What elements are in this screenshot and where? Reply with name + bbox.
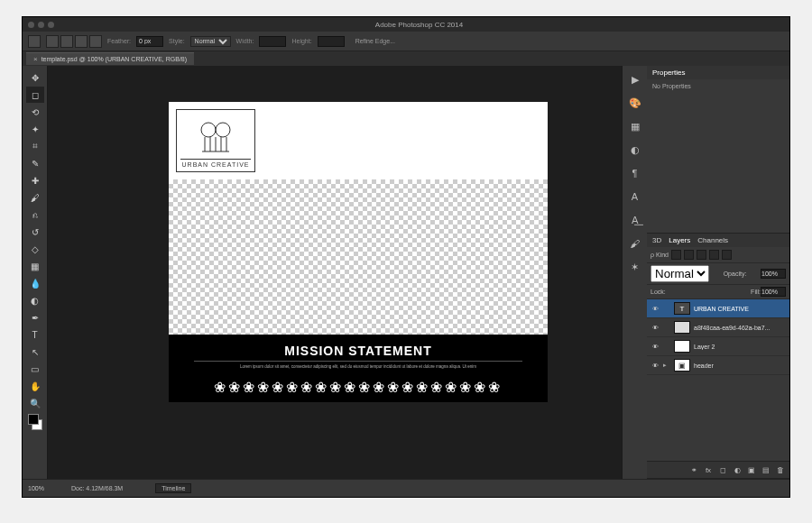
delete-layer-icon[interactable]: 🗑: [775, 464, 786, 475]
opacity-input[interactable]: [761, 269, 786, 279]
layer-name[interactable]: header: [694, 362, 786, 369]
layers-tab[interactable]: Layers: [669, 236, 690, 244]
document-tab[interactable]: × template.psd @ 100% (URBAN CREATIVE, R…: [26, 52, 194, 65]
visibility-icon[interactable]: 👁: [651, 344, 660, 350]
document-tab-label: template.psd @ 100% (URBAN CREATIVE, RGB…: [42, 56, 187, 62]
dodge-tool[interactable]: ◐: [26, 292, 44, 308]
blend-mode-select[interactable]: Normal: [651, 265, 709, 282]
style-select[interactable]: Normal: [190, 36, 231, 47]
height-input[interactable]: [318, 36, 345, 47]
titlebar: Adobe Photoshop CC 2014: [23, 17, 789, 32]
path-tool[interactable]: ↖: [26, 344, 44, 360]
layer-name[interactable]: URBAN CREATIVE: [694, 306, 786, 312]
adjustment-layer-icon[interactable]: ◐: [732, 464, 743, 475]
pen-tool[interactable]: ✒: [26, 309, 44, 326]
mission-body: Lorem ipsum dolor sit amet, consectetur …: [176, 364, 540, 370]
filter-adjust-icon[interactable]: [684, 250, 694, 260]
threeD-tab[interactable]: 3D: [652, 236, 661, 244]
selection-subtract-icon[interactable]: [75, 35, 88, 48]
styles-icon[interactable]: A͟: [627, 212, 643, 228]
shape-tool[interactable]: ▭: [26, 361, 44, 377]
paragraph-icon[interactable]: ¶: [627, 165, 643, 181]
blur-tool[interactable]: 💧: [26, 275, 44, 291]
document-tabbar: × template.psd @ 100% (URBAN CREATIVE, R…: [23, 51, 789, 66]
pattern-strip: ❀❀❀❀❀❀❀❀❀❀❀❀❀❀❀❀❀❀❀❀: [169, 375, 548, 402]
filter-pixel-icon[interactable]: [671, 250, 681, 260]
zoom-tool[interactable]: 🔍: [26, 395, 44, 411]
swatches-icon[interactable]: ▦: [627, 118, 643, 134]
layer-mask-icon[interactable]: ◻: [717, 464, 728, 475]
layers-panel-header: 3D Layers Channels: [647, 234, 789, 247]
filter-type-icon[interactable]: [697, 250, 706, 260]
layer-row[interactable]: 👁a8f48caa-ea9d-462a-ba7...: [647, 318, 789, 337]
layer-row[interactable]: 👁Layer 2: [647, 337, 789, 356]
color-icon[interactable]: 🎨: [627, 95, 643, 111]
minimize-window-icon[interactable]: [38, 22, 44, 28]
kind-label: ρ Kind: [651, 252, 669, 258]
statusbar: 100% Doc: 4.12M/68.3M Timeline: [23, 479, 789, 497]
eyedropper-tool[interactable]: ✎: [26, 155, 44, 171]
layer-thumbnail: [674, 340, 690, 353]
zoom-level[interactable]: 100%: [28, 485, 64, 491]
history-icon[interactable]: ▶: [627, 71, 643, 87]
new-layer-icon[interactable]: ▤: [761, 464, 771, 475]
filter-shape-icon[interactable]: [709, 250, 719, 260]
width-input[interactable]: [259, 36, 286, 47]
selection-add-icon[interactable]: [60, 35, 73, 48]
crop-tool[interactable]: ⌗: [26, 138, 44, 154]
visibility-icon[interactable]: 👁: [651, 362, 660, 369]
app-title: Adobe Photoshop CC 2014: [54, 21, 784, 29]
healing-tool[interactable]: ✚: [26, 172, 44, 188]
layer-thumbnail: [674, 321, 690, 334]
layer-row[interactable]: 👁TURBAN CREATIVE: [647, 299, 789, 318]
character-icon[interactable]: A: [627, 188, 643, 205]
visibility-icon[interactable]: 👁: [651, 306, 660, 312]
expand-icon[interactable]: ▸: [663, 362, 670, 369]
filter-smart-icon[interactable]: [722, 250, 732, 260]
wand-tool[interactable]: ✦: [26, 121, 44, 137]
layer-fx-icon[interactable]: fx: [703, 464, 714, 475]
refine-edge-button[interactable]: Refine Edge...: [355, 38, 395, 44]
history-brush-tool[interactable]: ↺: [26, 224, 44, 240]
properties-panel-header: Properties: [647, 66, 789, 79]
channels-tab[interactable]: Channels: [697, 236, 728, 244]
properties-tab[interactable]: Properties: [652, 69, 685, 77]
move-tool[interactable]: ✥: [26, 69, 44, 86]
gradient-tool[interactable]: ▦: [26, 258, 44, 274]
properties-panel: Properties No Properties: [647, 66, 789, 234]
ps-logo-icon[interactable]: [28, 35, 41, 48]
group-icon[interactable]: ▣: [746, 464, 757, 475]
panels-column: Properties No Properties 3D Layers Chann…: [647, 66, 789, 479]
visibility-icon[interactable]: 👁: [651, 325, 660, 331]
brushes-icon[interactable]: 🖌: [627, 235, 643, 252]
layer-row[interactable]: 👁▸▣header: [647, 356, 789, 375]
artboard[interactable]: URBAN CREATIVE MISSION STATEMENT Lorem i…: [169, 102, 548, 402]
selection-new-icon[interactable]: [46, 35, 59, 48]
layer-thumbnail: ▣: [674, 359, 690, 372]
color-swatch[interactable]: [26, 412, 44, 432]
link-layers-icon[interactable]: ⚭: [688, 464, 699, 475]
lasso-tool[interactable]: ⟲: [26, 104, 44, 120]
marquee-tool[interactable]: ◻: [26, 87, 44, 103]
fill-input[interactable]: [761, 287, 786, 297]
type-tool[interactable]: T: [26, 326, 44, 343]
eraser-tool[interactable]: ◇: [26, 241, 44, 257]
close-tab-icon[interactable]: ×: [33, 55, 38, 63]
adjustments-icon[interactable]: ◐: [627, 142, 643, 158]
canvas-area[interactable]: URBAN CREATIVE MISSION STATEMENT Lorem i…: [48, 66, 622, 479]
transparent-region: [169, 179, 548, 335]
feather-input[interactable]: [136, 36, 163, 47]
maximize-window-icon[interactable]: [48, 22, 54, 28]
layer-name[interactable]: Layer 2: [694, 344, 786, 350]
workspace: ✥◻⟲✦⌗✎✚🖌⎌↺◇▦💧◐✒T↖▭✋🔍 URBAN CREATIVE MISS…: [23, 66, 789, 479]
mission-title: MISSION STATEMENT: [176, 344, 540, 358]
stamp-tool[interactable]: ⎌: [26, 206, 44, 223]
doc-header-area: URBAN CREATIVE: [169, 102, 548, 179]
hand-tool[interactable]: ✋: [26, 378, 44, 394]
timeline-button[interactable]: Timeline: [155, 483, 191, 493]
brush-tool[interactable]: 🖌: [26, 189, 44, 206]
selection-intersect-icon[interactable]: [89, 35, 102, 48]
close-window-icon[interactable]: [28, 22, 34, 28]
tool-presets-icon[interactable]: ✶: [627, 259, 643, 275]
layer-name[interactable]: a8f48caa-ea9d-462a-ba7...: [694, 325, 786, 331]
